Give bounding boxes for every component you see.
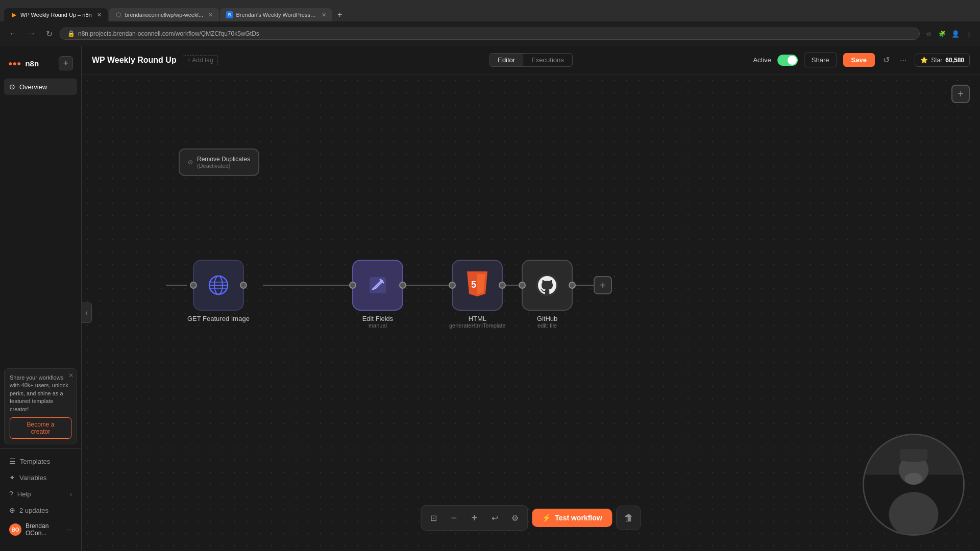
variables-icon: ✦ (9, 473, 15, 482)
svg-rect-22 (900, 449, 927, 460)
delete-button[interactable]: 🗑 (617, 506, 641, 530)
test-workflow-icon: ⚡ (542, 514, 551, 522)
overview-icon: ⊙ (9, 83, 15, 91)
editor-tab[interactable]: Editor (489, 54, 523, 66)
node-github-left-connector[interactable] (519, 282, 526, 289)
user-avatar: BO (9, 523, 21, 536)
tab-favicon-2: ⬡ (115, 11, 122, 18)
more-button[interactable]: ··· (898, 54, 909, 67)
html5-icon: 5 (464, 271, 490, 299)
profile-icon[interactable]: 👤 (950, 29, 961, 39)
zoom-in-icon: + (472, 512, 478, 524)
become-creator-button[interactable]: Become a creator (10, 417, 71, 439)
node-edit-fields-box (352, 260, 403, 311)
notification-text: Share your workflows with 40k+ users, un… (10, 374, 71, 413)
sidebar-item-help[interactable]: ? Help › (4, 486, 77, 502)
node-edit-fields[interactable]: Edit Fields manual (352, 260, 403, 329)
executions-tab[interactable]: Executions (523, 54, 572, 66)
settings-icon: ⚙ (511, 513, 519, 523)
new-tab-button[interactable]: + (333, 8, 346, 21)
extensions-icon[interactable]: 🧩 (937, 29, 947, 39)
node-get-featured-label: GET Featured Image (187, 315, 250, 322)
tab-close-2[interactable]: ✕ (208, 12, 213, 18)
node-edit-fields-left-connector[interactable] (349, 282, 356, 289)
zoom-out-button[interactable]: − (445, 509, 463, 527)
notification-close-button[interactable]: ✕ (68, 372, 74, 379)
node-html-sublabel: generateHtmlTemplate (449, 322, 506, 329)
sidebar-item-updates[interactable]: ⊕ 2 updates (4, 502, 77, 518)
sidebar-item-overview-label: Overview (19, 83, 47, 91)
toolbar-view-controls: ⊡ − + ↩ ⚙ (421, 505, 528, 531)
node-github-box (522, 260, 573, 311)
workflow-canvas[interactable]: ⊘ Remove Duplicates (Deactivated) (82, 74, 980, 551)
svg-point-20 (889, 492, 939, 536)
zoom-in-button[interactable]: + (465, 509, 483, 527)
tab-favicon-3: B (226, 11, 233, 18)
globe-icon (206, 273, 231, 297)
add-tag-button[interactable]: + Add tag (183, 55, 218, 65)
user-row[interactable]: BO Brendan OCon... ··· (4, 518, 77, 541)
edit-icon (365, 273, 390, 297)
node-github[interactable]: GitHub edit: file (522, 260, 573, 329)
tab-3[interactable]: B Brendan's Weekly WordPress N... ✕ (220, 8, 332, 21)
settings-button[interactable]: ⚙ (506, 509, 524, 527)
active-toggle[interactable] (777, 55, 798, 66)
notification-banner: ✕ Share your workflows with 40k+ users, … (4, 368, 77, 444)
svg-rect-11 (370, 277, 386, 293)
webcam-video (864, 435, 963, 534)
address-bar[interactable]: 🔒 n8n.projects.brendan-oconnell.com/work… (60, 28, 920, 40)
reload-button[interactable]: ↻ (43, 27, 56, 41)
app-header: WP Weekly Round Up + Add tag Editor Exec… (82, 46, 980, 74)
node-get-featured-right-connector[interactable] (240, 282, 247, 289)
bottom-toolbar: ⊡ − + ↩ ⚙ ⚡ Tes (421, 505, 641, 531)
canvas-add-button[interactable]: + (951, 85, 970, 103)
history-button[interactable]: ↺ (881, 53, 892, 67)
node-github-right-connector[interactable] (569, 282, 576, 289)
updates-icon: ⊕ (9, 506, 15, 514)
node-remove-duplicates[interactable]: ⊘ Remove Duplicates (Deactivated) (179, 148, 259, 176)
sidebar-item-overview[interactable]: ⊙ Overview (4, 79, 77, 95)
node-get-featured-left-connector[interactable] (190, 282, 197, 289)
star-label: Star (931, 57, 942, 64)
test-workflow-button[interactable]: ⚡ Test workflow (532, 509, 612, 527)
logo-icon: ●●● (8, 59, 21, 67)
node-edit-fields-label: Edit Fields (362, 315, 394, 322)
sidebar-item-variables[interactable]: ✦ Variables (4, 469, 77, 486)
node-html-right-connector[interactable] (499, 282, 506, 289)
active-label: Active (753, 56, 771, 64)
node-remove-dup-icon: ⊘ (188, 159, 193, 166)
sidebar-variables-label: Variables (19, 474, 46, 482)
node-get-featured[interactable]: GET Featured Image (187, 260, 250, 322)
browser-chrome: ▶ WP Weekly Round Up – n8n ✕ ⬡ brendanoc… (0, 0, 980, 46)
add-node-after-github[interactable]: + (594, 276, 612, 294)
node-html-left-connector[interactable] (449, 282, 456, 289)
back-button[interactable]: ← (6, 27, 20, 40)
node-remove-duplicates-box: ⊘ Remove Duplicates (Deactivated) (179, 148, 259, 176)
tab-2[interactable]: ⬡ brendanoconnellwp/wp-weekl... ✕ (109, 8, 219, 21)
sidebar-collapse-button[interactable]: ‹ (82, 303, 92, 323)
sidebar-help-label: Help (17, 490, 31, 498)
sidebar-add-button[interactable]: + (59, 56, 73, 70)
bookmark-icon[interactable]: ☆ (924, 29, 934, 39)
sidebar-item-templates[interactable]: ☰ Templates (4, 453, 77, 469)
user-more-icon: ··· (67, 526, 72, 533)
test-workflow-label: Test workflow (555, 514, 602, 522)
share-button[interactable]: Share (804, 53, 837, 67)
fit-view-button[interactable]: ⊡ (424, 509, 443, 527)
tab-close-3[interactable]: ✕ (322, 12, 326, 18)
tab-1[interactable]: ▶ WP Weekly Round Up – n8n ✕ (4, 8, 108, 21)
forward-button[interactable]: → (24, 27, 39, 40)
svg-text:5: 5 (471, 280, 476, 290)
undo-button[interactable]: ↩ (485, 509, 504, 527)
node-edit-fields-right-connector[interactable] (399, 282, 406, 289)
star-button[interactable]: ⭐ Star 60,580 (915, 54, 970, 67)
save-button[interactable]: Save (843, 53, 875, 67)
undo-icon: ↩ (492, 513, 498, 523)
templates-icon: ☰ (9, 457, 16, 465)
tab-close-1[interactable]: ✕ (97, 12, 102, 18)
user-initials: BO (12, 527, 19, 533)
browser-menu-icon[interactable]: ⋮ (964, 29, 974, 39)
header-right: Active Share Save ↺ ··· ⭐ Star 60,580 (753, 53, 970, 67)
node-html[interactable]: 5 HTML generateHtmlTemplate (449, 260, 506, 329)
node-get-featured-box (193, 260, 244, 311)
